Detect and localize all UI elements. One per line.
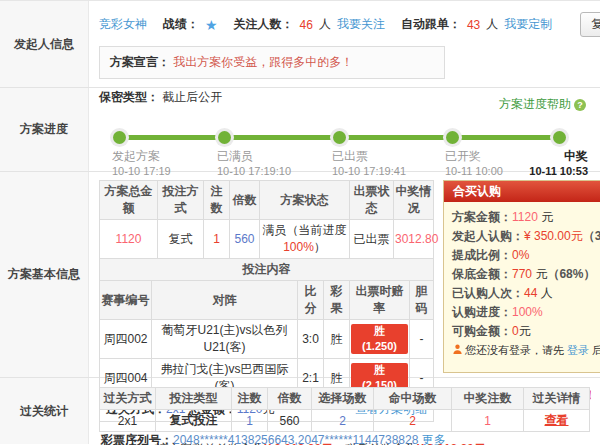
stats-header-row: 过关方式 投注类型 注数 倍数 选择场数 命中场数 中奖注数 过关详情: [100, 388, 590, 410]
declaration-text: 我出方案你受益，跟得多中的多！: [173, 55, 353, 69]
auto-follow-unit: 人: [486, 16, 498, 33]
dan-cell: -: [410, 320, 434, 359]
person-icon: [452, 344, 463, 355]
timeline-dot-3: [333, 131, 346, 144]
initiator-top-row: 竞彩女神 战绩： ★ 关注人数： 46 人 我要关注 自动跟单： 43 人 我要…: [89, 1, 600, 37]
login-link[interactable]: 登录: [567, 344, 589, 356]
timeline-dot-1: [113, 131, 126, 144]
section-pass-stats: 过关统计 过关方式 投注类型 注数 倍数 选择场数 命中场数 中奖注数 过关详情: [0, 378, 600, 444]
plan-detail-page: 发起人信息 竞彩女神 战绩： ★ 关注人数： 46 人 我要关注 自动跟单： 4…: [0, 0, 600, 445]
declaration-box: 方案宣言： 我出方案你受益，跟得多中的多！: [99, 46, 445, 79]
section-progress: 方案进度 方案进度帮助? 发起方案10-10 17:19 已满员10-10 17…: [0, 88, 600, 172]
section-label-pass-stats: 过关统计: [0, 378, 89, 444]
bet-count: 1: [204, 220, 230, 259]
auto-follow-count: 43: [467, 18, 480, 32]
col-header: 赛事编号: [100, 281, 152, 320]
stats-value-row: 2x1 复式投注 1 560 2 2 1 查看: [100, 410, 590, 432]
total-amount: 1120: [100, 220, 158, 259]
auto-follow-label: 自动跟单：: [401, 16, 461, 33]
commission-line: 提成比例：0%: [452, 246, 592, 265]
subscribe-progress-line: 认购进度：100%: [452, 303, 592, 322]
bet-row: 周四002 葡萄牙U21(主)vs以色列U21(客) 3:0 胜 胜 (1.25…: [100, 320, 434, 359]
followers-count: 46: [300, 18, 313, 32]
followers-unit: 人: [319, 16, 331, 33]
winning-summary-line: 中奖情况: 该方案税前总奖金为¥ 3,012.80元，税后总奖金为¥ 3,012…: [101, 441, 594, 445]
initiator-content: 竞彩女神 战绩： ★ 关注人数： 46 人 我要关注 自动跟单： 43 人 我要…: [89, 1, 600, 87]
basic-info-content: 方案总金额 投注方式 注数 倍数 方案状态 出票状态 中奖情况 1120 复式 …: [89, 172, 600, 377]
section-label-basic-info: 方案基本信息: [0, 172, 89, 377]
ticket-status: 已出票: [350, 220, 394, 259]
timeline-dot-5: [553, 131, 566, 144]
win-odds-badge: 胜 (1.250): [351, 324, 408, 354]
col-header: 倍数: [268, 388, 312, 410]
multiple: 560: [268, 410, 312, 432]
customize-link[interactable]: 我要定制: [504, 16, 552, 33]
plan-amount-line: 方案金额：1120 元: [452, 208, 592, 227]
joint-purchase-panel: 合买认购 方案金额：1120 元 发起人认购：¥ 350.00元（31%） 提成…: [443, 180, 600, 373]
match-result: 胜: [324, 320, 350, 359]
username-link[interactable]: 竞彩女神: [99, 16, 147, 33]
buyers-line: 已认购人次：44 人: [452, 284, 592, 303]
col-header: 中奖情况: [394, 181, 434, 220]
plan-summary-table: 方案总金额 投注方式 注数 倍数 方案状态 出票状态 中奖情况 1120 复式 …: [99, 180, 434, 281]
section-initiator-info: 发起人信息 竞彩女神 战绩： ★ 关注人数： 46 人 我要关注 自动跟单： 4…: [0, 1, 600, 88]
pass-stats-content: 过关方式 投注类型 注数 倍数 选择场数 命中场数 中奖注数 过关详情 2x1 …: [89, 378, 600, 444]
follow-link[interactable]: 我要关注: [337, 16, 385, 33]
col-header: 方案状态: [260, 181, 350, 220]
copy-plan-url-button[interactable]: 复制方案地址: [580, 12, 600, 37]
timeline-dot-2: [218, 131, 231, 144]
col-header: 中奖注数: [452, 388, 524, 410]
bet-count: 1: [232, 410, 268, 432]
col-header: 投注方式: [158, 181, 204, 220]
initiator-buy-line: 发起人认购：¥ 350.00元（31%）: [452, 227, 592, 246]
question-mark-icon: ?: [574, 99, 586, 111]
panel-title: 合买认购: [444, 181, 600, 202]
view-detail-link[interactable]: 查看: [545, 413, 569, 427]
bet-type: 复式投注: [156, 410, 232, 432]
plan-status: 满员（当前进度100%）: [260, 220, 350, 259]
multiple: 560: [230, 220, 260, 259]
pass-detail-cell: 查看: [524, 410, 590, 432]
declaration-label: 方案宣言：: [110, 55, 170, 69]
win-amount: 3012.80: [394, 220, 434, 259]
winning-bets: 1: [452, 410, 524, 432]
pass-stats-table: 过关方式 投注类型 注数 倍数 选择场数 命中场数 中奖注数 过关详情 2x1 …: [99, 387, 590, 432]
bet-method: 复式: [158, 220, 204, 259]
bet-header-row: 赛事编号 对阵 比分 彩果 出票时赔率 胆码: [100, 281, 434, 320]
col-header: 比分: [298, 281, 324, 320]
col-header: 对阵: [152, 281, 298, 320]
col-header: 注数: [204, 181, 230, 220]
col-header: 过关详情: [524, 388, 590, 410]
col-header: 彩果: [324, 281, 350, 320]
section-label-progress: 方案进度: [0, 88, 89, 171]
col-header: 选择场数: [312, 388, 374, 410]
col-header: 注数: [232, 388, 268, 410]
summary-header-row: 方案总金额 投注方式 注数 倍数 方案状态 出票状态 中奖情况: [100, 181, 434, 220]
col-header: 倍数: [230, 181, 260, 220]
hit-matches: 2: [374, 410, 452, 432]
record-label: 战绩：: [163, 16, 199, 33]
odds-cell: 胜 (1.250): [350, 320, 410, 359]
followers-label: 关注人数：: [234, 16, 294, 33]
timeline-dot-4: [446, 131, 459, 144]
selected-matches: 2: [312, 410, 374, 432]
login-prompt: 您还没有登录，请先 登录 后再购买: [452, 341, 592, 360]
col-header: 投注类型: [156, 388, 232, 410]
available-line: 可购金额：0元: [452, 322, 592, 341]
section-basic-info: 方案基本信息 方案总金额 投注方式 注数 倍数 方案状态 出票状态 中奖情况: [0, 172, 600, 378]
match-teams: 葡萄牙U21(主)vs以色列U21(客): [152, 320, 298, 359]
star-rating-icon: ★: [205, 19, 218, 31]
match-number: 周四002: [100, 320, 152, 359]
col-header: 方案总金额: [100, 181, 158, 220]
guarantee-line: 保底金额：770 元（68%）: [452, 265, 592, 284]
progress-help-link[interactable]: 方案进度帮助?: [499, 96, 586, 113]
section-label-initiator: 发起人信息: [0, 1, 89, 87]
progress-content: 方案进度帮助? 发起方案10-10 17:19 已满员10-10 17:19:1…: [89, 88, 600, 171]
bet-content-subheader: 投注内容: [100, 259, 434, 281]
col-header: 出票时赔率: [350, 281, 410, 320]
col-header: 出票状态: [350, 181, 394, 220]
summary-value-row: 1120 复式 1 560 满员（当前进度100%） 已出票 3012.80: [100, 220, 434, 259]
col-header: 过关方式: [100, 388, 156, 410]
col-header: 胆码: [410, 281, 434, 320]
pass-mode: 2x1: [100, 410, 156, 432]
